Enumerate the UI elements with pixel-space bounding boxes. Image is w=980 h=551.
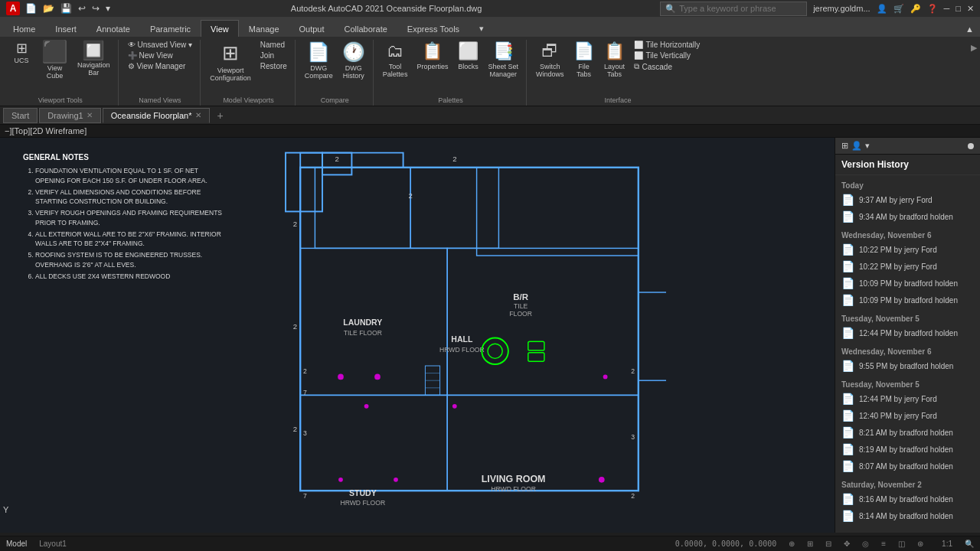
view-manager-btn[interactable]: ⚙ View Manager <box>125 61 196 71</box>
tile-horizontally-btn[interactable]: ⬜ Tile Horizontally <box>631 40 703 50</box>
version-item[interactable]: 📄 9:55 PM by bradford holden <box>835 357 980 374</box>
more-tools-btn[interactable]: ▾ <box>103 2 113 15</box>
version-item[interactable]: 📄 10:22 PM by jerry Ford <box>835 241 980 258</box>
tab-insert[interactable]: Insert <box>45 20 87 37</box>
ucs-btn[interactable]: ⊞ UCS <box>8 40 35 66</box>
view-cube-btn[interactable]: ⬛ ViewCube <box>38 40 71 81</box>
version-item[interactable]: 📄 10:22 PM by jerry Ford <box>835 258 980 275</box>
tab-home[interactable]: Home <box>3 20 45 37</box>
transparency-btn[interactable]: ◫ <box>898 540 905 548</box>
unsaved-view-dropdown[interactable]: 👁 Unsaved View ▾ <box>125 40 196 50</box>
selection-cycling-btn[interactable]: ⊛ <box>917 540 923 548</box>
close-oceanside-btn[interactable]: ✕ <box>195 111 201 119</box>
layout-tabs-btn[interactable]: 📋 LayoutTabs <box>600 40 628 80</box>
version-item[interactable]: 📄 9:34 AM by bradford holden <box>835 208 980 225</box>
tab-drawing1[interactable]: Drawing1 ✕ <box>39 108 100 123</box>
signin-icon[interactable]: 🔑 <box>910 4 921 14</box>
layout1-tab[interactable]: Layout1 <box>39 540 67 548</box>
canvas-area[interactable]: GENERAL NOTES FOUNDATION VENTILATION EQU… <box>0 138 835 533</box>
blocks-btn[interactable]: ⬜ Blocks <box>454 40 482 72</box>
version-item[interactable]: 📄 12:44 PM by jerry Ford <box>835 390 980 407</box>
svg-text:7: 7 <box>303 492 307 500</box>
undo-btn[interactable]: ↩ <box>76 2 88 15</box>
file-tabs-btn[interactable]: 📄 FileTabs <box>570 40 597 80</box>
account-icon[interactable]: 👤 <box>877 4 887 14</box>
dwg-compare-btn[interactable]: 📄 DWGCompare <box>302 40 336 81</box>
tab-more[interactable]: ▾ <box>469 20 494 37</box>
svg-text:3: 3 <box>303 429 307 437</box>
svg-text:TILE: TILE <box>514 302 528 310</box>
group-compare: 📄 DWGCompare 🕐 DWGHistory Compare <box>297 40 374 106</box>
switch-windows-btn[interactable]: 🗗 SwitchWindows <box>533 40 567 80</box>
version-item[interactable]: 📄 12:44 PM by bradford holden <box>835 324 980 341</box>
close-drawing1-btn[interactable]: ✕ <box>87 111 93 119</box>
help-icon[interactable]: ❓ <box>927 4 938 14</box>
version-item[interactable]: 📄 8:19 AM by bradford holden <box>835 441 980 458</box>
store-icon[interactable]: 🛒 <box>893 4 904 14</box>
tab-start[interactable]: Start <box>3 108 38 123</box>
doc-icon: 📄 <box>841 260 854 272</box>
polar-btn[interactable]: ✥ <box>844 540 850 548</box>
version-date-wed6: Wednesday, November 6 <box>835 228 980 241</box>
cascade-btn[interactable]: ⧉ Cascade <box>631 61 703 72</box>
named-btn[interactable]: Named <box>257 40 290 50</box>
version-item[interactable]: 📄 8:14 AM by bradford holden <box>835 507 980 524</box>
search-input[interactable] <box>679 4 802 13</box>
version-item[interactable]: 📄 8:16 AM by bradford holden <box>835 491 980 507</box>
panel-collapse-arrow[interactable]: ▶ <box>971 40 977 53</box>
version-list[interactable]: Today 📄 9:37 AM by jerry Ford 📄 9:34 AM … <box>835 175 980 533</box>
svg-text:2: 2 <box>409 191 413 200</box>
version-item[interactable]: 📄 9:37 AM by jerry Ford <box>835 191 980 208</box>
cascade-icon: ⧉ <box>634 62 639 71</box>
ortho-btn[interactable]: ⊟ <box>825 540 831 548</box>
zoom-in-btn[interactable]: 🔍 <box>965 540 974 548</box>
join-btn[interactable]: Join <box>257 51 290 60</box>
properties-btn[interactable]: 📋 Properties <box>413 40 451 72</box>
panel-dropdown-icon[interactable]: ▾ <box>865 141 870 151</box>
tile-vertically-btn[interactable]: ⬜ Tile Vertically <box>631 51 703 60</box>
panel-grid-icon[interactable]: ⊞ <box>841 141 848 151</box>
new-view-btn[interactable]: ➕ New View <box>125 51 196 60</box>
viewport-config-btn[interactable]: ⊞ ViewportConfiguration <box>207 40 254 83</box>
svg-text:2: 2 <box>293 220 297 228</box>
redo-btn[interactable]: ↪ <box>90 2 102 15</box>
tab-express[interactable]: Express Tools <box>397 20 469 37</box>
version-item[interactable]: 📄 12:40 PM by jerry Ford <box>835 407 980 424</box>
version-date-today: Today <box>835 178 980 191</box>
snap-btn[interactable]: ⊕ <box>789 540 795 548</box>
version-group-wed-nov6-b: Wednesday, November 6 📄 9:55 PM by bradf… <box>835 344 980 374</box>
version-item[interactable]: 📄 8:07 AM by bradford holden <box>835 458 980 474</box>
tab-collaborate[interactable]: Collaborate <box>335 20 397 37</box>
svg-point-34 <box>488 344 502 358</box>
new-file-btn[interactable]: 📄 <box>23 2 39 15</box>
tool-palettes-btn[interactable]: 🗂 ToolPalettes <box>380 40 411 80</box>
open-btn[interactable]: 📂 <box>41 2 57 15</box>
close-btn[interactable]: ✕ <box>967 4 974 14</box>
dwg-history-btn[interactable]: 🕐 DWGHistory <box>339 40 368 81</box>
save-btn[interactable]: 💾 <box>58 2 74 15</box>
maximize-btn[interactable]: □ <box>956 4 961 13</box>
tab-view[interactable]: View <box>201 20 239 37</box>
minimize-btn[interactable]: ─ <box>944 4 950 13</box>
version-item[interactable]: 📄 10:09 PM by bradford holden <box>835 292 980 308</box>
osnap-btn[interactable]: ◎ <box>862 540 869 548</box>
model-tab[interactable]: Model <box>6 540 27 548</box>
user-profile[interactable]: jeremy.goldm... <box>813 4 870 13</box>
lineweight-btn[interactable]: ≡ <box>881 540 886 548</box>
ribbon-collapse-btn[interactable]: ▲ <box>962 21 977 37</box>
tab-annotate[interactable]: Annotate <box>87 20 140 37</box>
tab-output[interactable]: Output <box>289 20 335 37</box>
tile-h-icon: ⬜ <box>634 41 643 49</box>
tab-parametric[interactable]: Parametric <box>140 20 201 37</box>
grid-btn[interactable]: ⊞ <box>807 540 813 548</box>
restore-btn[interactable]: Restore <box>257 61 290 71</box>
panel-user-icon[interactable]: 👤 <box>851 141 862 151</box>
version-item[interactable]: 📄 8:21 AM by bradford holden <box>835 424 980 441</box>
version-item[interactable]: 📄 10:09 PM by bradford holden <box>835 275 980 292</box>
navigation-bar-btn[interactable]: 🔲 NavigationBar <box>74 40 113 78</box>
file-tabs-icon: 📄 <box>573 41 594 61</box>
sheet-set-btn[interactable]: 📑 Sheet SetManager <box>485 40 521 80</box>
tab-manage[interactable]: Manage <box>239 20 289 37</box>
new-tab-btn[interactable]: + <box>211 107 230 124</box>
tab-oceanside[interactable]: Oceanside Floorplan* ✕ <box>103 108 210 123</box>
